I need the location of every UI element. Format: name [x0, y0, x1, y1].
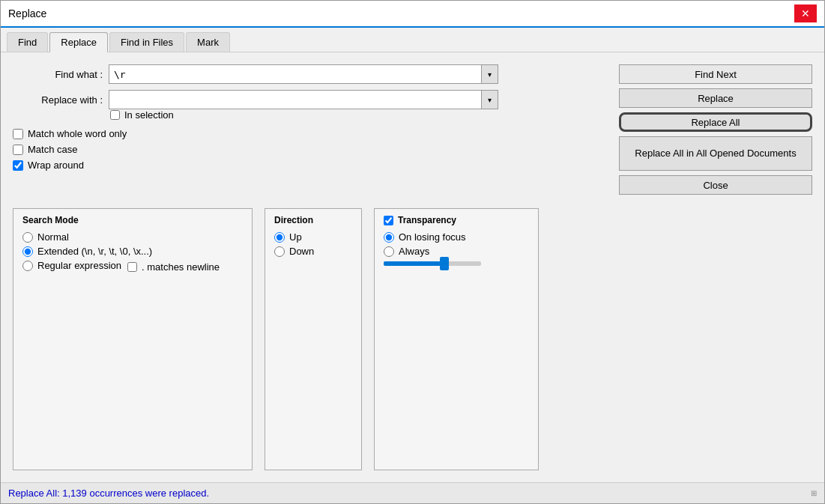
checkboxes-area: Match whole word only Match case Wrap ar… [13, 128, 610, 171]
wrap-around-row: Wrap around [13, 160, 610, 171]
search-mode-normal: Normal [22, 231, 243, 243]
form-area: Find what : ▾ Replace with : ▾ [13, 64, 812, 195]
search-mode-extended-label: Extended (\n, \r, \t, \0, \x...) [37, 246, 152, 257]
transparency-slider-fill [384, 261, 447, 266]
direction-panel: Direction Up Down [265, 208, 362, 470]
close-button[interactable]: Close [619, 175, 812, 195]
direction-title: Direction [274, 215, 352, 225]
direction-down-radio[interactable] [274, 246, 285, 257]
in-selection-row: In selection [110, 109, 610, 121]
replace-with-label: Replace with : [13, 94, 103, 106]
action-buttons: Find Next Replace Replace All Replace Al… [610, 64, 812, 195]
replace-with-input[interactable] [114, 94, 477, 106]
dialog-content: Find what : ▾ Replace with : ▾ [1, 52, 824, 482]
in-selection-area: In selection [110, 109, 174, 121]
transparency-on-focus-radio[interactable] [384, 232, 394, 243]
tab-find-in-files[interactable]: Find in Files [109, 32, 184, 52]
replace-dialog: Replace ✕ Find Replace Find in Files Mar… [0, 0, 825, 504]
tabs-bar: Find Replace Find in Files Mark [1, 28, 824, 52]
transparency-always-radio[interactable] [384, 246, 394, 257]
resize-icon: ⊞ [811, 489, 817, 497]
replace-all-button[interactable]: Replace All [619, 112, 812, 132]
transparency-always: Always [384, 246, 529, 257]
search-mode-regex-radio[interactable] [22, 261, 33, 271]
find-next-button[interactable]: Find Next [619, 64, 812, 84]
match-case-row: Match case [13, 144, 610, 155]
status-bar: Replace All: 1,139 occurrences were repl… [1, 482, 824, 503]
find-what-input-wrapper: ▾ [109, 64, 498, 84]
in-selection-label: In selection [124, 109, 174, 121]
search-mode-extended: Extended (\n, \r, \t, \0, \x...) [22, 246, 243, 257]
replace-with-row: Replace with : ▾ [13, 90, 610, 109]
direction-up-radio[interactable] [274, 232, 285, 243]
window-title: Replace [8, 7, 46, 19]
replace-all-docs-button[interactable]: Replace All in All Opened Documents [619, 136, 812, 171]
search-mode-normal-label: Normal [37, 231, 69, 243]
title-bar: Replace ✕ [1, 1, 824, 28]
search-mode-regex-label: Regular expression [37, 260, 121, 271]
search-mode-regex: Regular expression [22, 260, 121, 271]
dot-matches-newline-label: . matches newline [142, 261, 220, 273]
search-mode-extended-radio[interactable] [22, 246, 33, 257]
search-mode-normal-radio[interactable] [22, 232, 33, 243]
find-what-input[interactable] [114, 69, 477, 80]
find-what-dropdown[interactable]: ▾ [481, 65, 498, 83]
transparency-slider-container [384, 261, 529, 266]
tab-mark[interactable]: Mark [186, 32, 230, 52]
wrap-around-label: Wrap around [28, 160, 84, 171]
tab-replace[interactable]: Replace [49, 32, 108, 52]
transparency-slider-track[interactable] [384, 261, 481, 266]
in-selection-checkbox[interactable] [110, 110, 120, 120]
replace-with-input-wrapper: ▾ [109, 90, 498, 109]
dot-matches-box: . matches newline [127, 261, 220, 273]
transparency-checkbox[interactable] [384, 216, 393, 225]
direction-down: Down [274, 246, 352, 257]
bottom-panels: Search Mode Normal Extended (\n, \r, \t,… [13, 208, 812, 470]
transparency-on-focus: On losing focus [384, 231, 529, 243]
match-case-checkbox[interactable] [13, 145, 23, 155]
find-what-row: Find what : ▾ [13, 64, 610, 84]
search-mode-panel: Search Mode Normal Extended (\n, \r, \t,… [13, 208, 253, 470]
dot-matches-newline-checkbox[interactable] [127, 262, 137, 272]
search-mode-title: Search Mode [22, 215, 243, 225]
transparency-header: Transparency [384, 215, 529, 225]
left-form: Find what : ▾ Replace with : ▾ [13, 64, 610, 195]
find-what-label: Find what : [13, 69, 103, 80]
search-mode-regex-row: Regular expression . matches newline [22, 260, 243, 274]
wrap-around-checkbox[interactable] [13, 160, 23, 171]
transparency-slider-thumb[interactable] [440, 257, 449, 270]
match-whole-word-checkbox[interactable] [13, 129, 23, 139]
match-whole-word-row: Match whole word only [13, 128, 610, 139]
transparency-panel: Transparency On losing focus Always [374, 208, 539, 470]
direction-down-label: Down [289, 246, 314, 257]
transparency-title: Transparency [398, 215, 456, 225]
replace-with-dropdown[interactable]: ▾ [481, 91, 498, 109]
direction-up: Up [274, 231, 352, 243]
tab-find[interactable]: Find [7, 32, 48, 52]
replace-button[interactable]: Replace [619, 88, 812, 108]
direction-up-label: Up [289, 231, 302, 243]
match-whole-word-label: Match whole word only [28, 128, 127, 139]
transparency-always-label: Always [399, 246, 429, 257]
status-message: Replace All: 1,139 occurrences were repl… [8, 488, 209, 499]
close-window-button[interactable]: ✕ [794, 4, 817, 22]
match-case-label: Match case [28, 144, 77, 155]
transparency-on-focus-label: On losing focus [399, 231, 466, 243]
